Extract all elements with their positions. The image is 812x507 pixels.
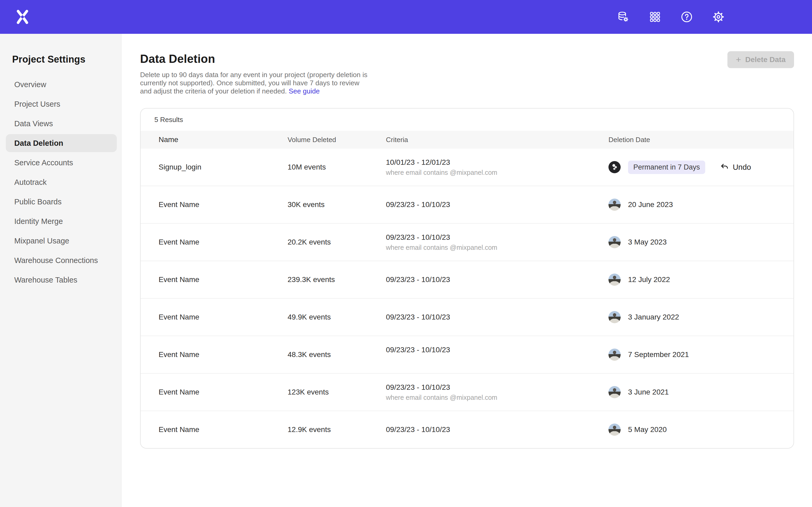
table-row: Event Name 48.3K events 09/23/23 - 10/10… [141, 336, 794, 374]
user-avatar [608, 161, 621, 173]
row-criteria: 09/23/23 - 10/10/23 [386, 426, 608, 434]
deletion-date-text: 3 May 2023 [628, 238, 667, 246]
user-avatar [608, 199, 621, 211]
user-avatar [608, 311, 621, 323]
status-badge: Permanent in 7 Days [628, 161, 705, 174]
row-volume-deleted: 48.3K events [288, 350, 386, 359]
row-volume-deleted: 12.9K events [288, 426, 386, 434]
table-row: Signup_login 10M events 10/01/23 - 12/01… [141, 149, 794, 186]
row-event-name: Event Name [141, 275, 288, 284]
mixpanel-logo[interactable] [16, 9, 30, 24]
plus-icon: + [736, 55, 741, 64]
sidebar-title: Project Settings [12, 54, 121, 65]
row-criteria: 09/23/23 - 10/10/23 where email contains… [386, 383, 608, 401]
apps-grid-icon[interactable] [649, 11, 661, 23]
row-volume-deleted: 10M events [288, 163, 386, 171]
undo-button[interactable]: Undo [720, 163, 751, 172]
row-deletion-date: 7 September 2021 [608, 349, 794, 361]
row-event-name: Event Name [141, 426, 288, 434]
top-nav [0, 0, 812, 34]
column-header-deletion-date: Deletion Date [608, 136, 794, 144]
row-deletion-date: Permanent in 7 Days Undo [608, 161, 794, 174]
row-deletion-date: 3 January 2022 [608, 311, 794, 323]
row-criteria-range: 09/23/23 - 10/10/23 [386, 426, 608, 434]
sidebar-item-service-accounts[interactable]: Service Accounts [6, 154, 117, 172]
user-avatar [608, 386, 621, 398]
row-deletion-date: 20 June 2023 [608, 199, 794, 211]
table-row: Event Name 239.3K events 09/23/23 - 10/1… [141, 261, 794, 299]
row-volume-deleted: 49.9K events [288, 313, 386, 321]
column-header-criteria: Criteria [386, 136, 608, 144]
row-volume-deleted: 239.3K events [288, 275, 386, 284]
row-event-name: Event Name [141, 238, 288, 246]
user-avatar [608, 274, 621, 286]
row-deletion-date: 12 July 2022 [608, 274, 794, 286]
user-avatar [608, 424, 621, 436]
user-avatar [608, 236, 621, 248]
deletion-date-text: 3 January 2022 [628, 313, 679, 321]
row-criteria: 10/01/23 - 12/01/23 where email contains… [386, 158, 608, 176]
sidebar-item-autotrack[interactable]: Autotrack [6, 173, 117, 191]
sidebar-item-overview[interactable]: Overview [6, 75, 117, 94]
table-header-row: Name Volume Deleted Criteria Deletion Da… [141, 131, 794, 149]
deletion-date-text: 3 June 2021 [628, 388, 669, 396]
row-event-name: Event Name [141, 388, 288, 396]
see-guide-link[interactable]: See guide [289, 87, 319, 95]
sidebar-item-project-users[interactable]: Project Users [6, 95, 117, 113]
deletion-date-text: 5 May 2020 [628, 426, 667, 434]
sidebar-item-mixpanel-usage[interactable]: Mixpanel Usage [6, 232, 117, 250]
row-criteria-filter: where email contains @mixpanel.com [386, 394, 608, 401]
row-volume-deleted: 30K events [288, 201, 386, 209]
sidebar-item-identity-merge[interactable]: Identity Merge [6, 212, 117, 230]
row-criteria-range: 09/23/23 - 10/10/23 [386, 201, 608, 209]
main-content: Data Deletion Delete up to 90 days data … [121, 34, 812, 507]
column-header-volume: Volume Deleted [288, 136, 386, 144]
row-volume-deleted: 123K events [288, 388, 386, 396]
page-title: Data Deletion [140, 52, 794, 65]
row-event-name: Event Name [141, 313, 288, 321]
page-header: Data Deletion Delete up to 90 days data … [140, 52, 794, 95]
row-criteria-range: 09/23/23 - 10/10/23 [386, 383, 608, 392]
row-criteria-range: 09/23/23 - 10/10/23 [386, 346, 608, 354]
page-description: Delete up to 90 days data for any event … [140, 71, 371, 95]
row-criteria: 09/23/23 - 10/10/23 where email contains… [386, 233, 608, 251]
row-deletion-date: 3 May 2023 [608, 236, 794, 248]
sidebar-nav: OverviewProject UsersData ViewsData Dele… [0, 75, 121, 289]
sidebar-item-data-views[interactable]: Data Views [6, 115, 117, 132]
help-icon[interactable] [680, 11, 693, 23]
row-deletion-date: 5 May 2020 [608, 424, 794, 436]
table-row: Event Name 20.2K events 09/23/23 - 10/10… [141, 224, 794, 261]
table-row: Event Name 12.9K events 09/23/23 - 10/10… [141, 411, 794, 448]
row-criteria-range: 10/01/23 - 12/01/23 [386, 158, 608, 167]
row-criteria: 09/23/23 - 10/10/23 [386, 275, 608, 284]
deletion-date-text: 7 September 2021 [628, 350, 689, 359]
settings-icon[interactable] [712, 11, 725, 23]
sidebar-item-data-deletion[interactable]: Data Deletion [6, 134, 117, 152]
sidebar-item-warehouse-tables[interactable]: Warehouse Tables [6, 271, 117, 289]
deletion-table-card: 5 Results Name Volume Deleted Criteria D… [140, 108, 794, 449]
row-event-name: Event Name [141, 350, 288, 359]
column-header-name: Name [141, 135, 288, 144]
table-row: Event Name 49.9K events 09/23/23 - 10/10… [141, 299, 794, 336]
row-event-name: Signup_login [141, 163, 288, 171]
deletion-date-text: 12 July 2022 [628, 275, 670, 284]
sidebar-item-warehouse-connections[interactable]: Warehouse Connections [6, 251, 117, 269]
row-deletion-date: 3 June 2021 [608, 386, 794, 398]
undo-icon [720, 163, 729, 172]
user-avatar [608, 349, 621, 361]
page-description-text: Delete up to 90 days data for any event … [140, 71, 367, 95]
data-management-icon[interactable] [617, 11, 629, 23]
row-criteria-range: 09/23/23 - 10/10/23 [386, 275, 608, 284]
row-criteria-filter: where email contains @mixpanel.com [386, 169, 608, 176]
sidebar: Project Settings OverviewProject UsersDa… [0, 34, 121, 507]
table-row: Event Name 30K events 09/23/23 - 10/10/2… [141, 186, 794, 224]
row-criteria-range: 09/23/23 - 10/10/23 [386, 313, 608, 321]
table-body: Signup_login 10M events 10/01/23 - 12/01… [141, 149, 794, 448]
sidebar-item-public-boards[interactable]: Public Boards [6, 193, 117, 211]
delete-data-button-label: Delete Data [745, 55, 785, 64]
row-criteria: 09/23/23 - 10/10/23 [386, 346, 608, 364]
delete-data-button[interactable]: + Delete Data [727, 51, 794, 68]
row-volume-deleted: 20.2K events [288, 238, 386, 246]
table-row: Event Name 123K events 09/23/23 - 10/10/… [141, 374, 794, 411]
row-criteria: 09/23/23 - 10/10/23 [386, 201, 608, 209]
